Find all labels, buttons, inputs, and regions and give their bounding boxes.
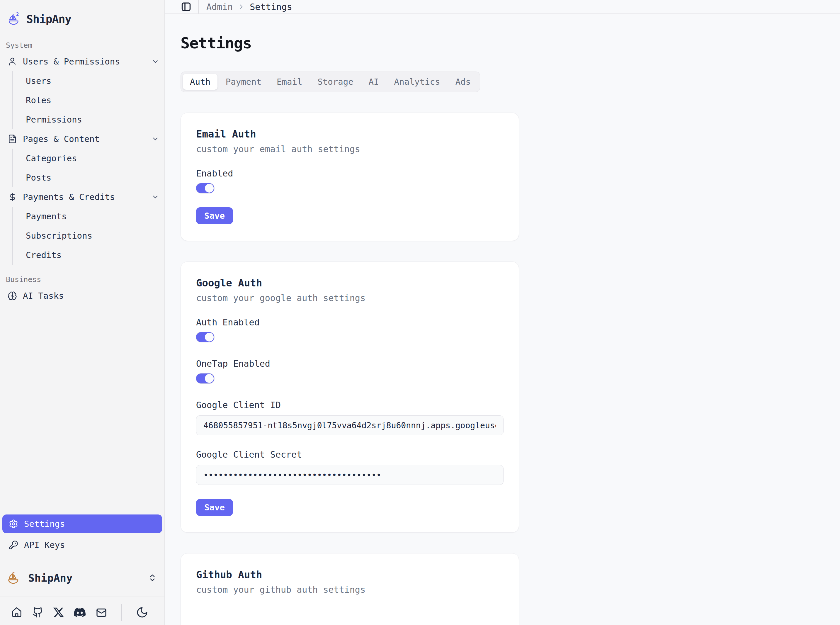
sidebar-item-users-permissions[interactable]: Users & Permissions xyxy=(0,52,165,71)
sidebar-item-label: Permissions xyxy=(26,115,82,124)
payments-credits-sublist: Payments Subscriptions Credits xyxy=(12,207,165,265)
sidebar-item-api-keys[interactable]: API Keys xyxy=(0,536,165,554)
google-client-id-input[interactable] xyxy=(196,415,503,435)
breadcrumb-admin[interactable]: Admin xyxy=(207,2,233,12)
card-title: Google Auth xyxy=(196,277,503,289)
chevron-down-icon xyxy=(152,193,159,201)
sidebar-item-posts[interactable]: Posts xyxy=(13,168,165,187)
sidebar-item-label: Pages & Content xyxy=(23,134,99,144)
x-twitter-link[interactable] xyxy=(53,607,64,618)
sidebar-item-label: Settings xyxy=(24,519,65,529)
email-enabled-label: Enabled xyxy=(196,168,503,179)
email-enabled-toggle[interactable] xyxy=(196,183,214,193)
section-label-business: Business xyxy=(0,275,165,284)
sidebar-item-label: Posts xyxy=(26,173,51,183)
app-root: 2 ShipAny System Users & Permissions Use… xyxy=(0,0,840,625)
theme-toggle[interactable] xyxy=(136,606,148,619)
moon-icon xyxy=(136,606,148,619)
google-auth-enabled-toggle[interactable] xyxy=(196,332,214,342)
sidebar-item-permissions[interactable]: Permissions xyxy=(13,110,165,129)
card-subtitle: custom your email auth settings xyxy=(196,144,503,154)
google-client-secret-label: Google Client Secret xyxy=(196,449,503,460)
sidebar-item-label: Roles xyxy=(26,95,51,105)
home-link[interactable] xyxy=(11,607,22,618)
sidebar-nav: Users & Permissions Users Roles Permissi… xyxy=(0,52,165,305)
sidebar-toggle-button[interactable] xyxy=(180,1,192,12)
chevron-right-icon xyxy=(238,3,245,11)
discord-icon xyxy=(74,606,85,618)
google-onetap-label: OneTap Enabled xyxy=(196,359,503,369)
sidebar: 2 ShipAny System Users & Permissions Use… xyxy=(0,0,165,625)
toggle-knob xyxy=(205,184,214,193)
main-area: Admin Settings Settings Auth Payment Ema… xyxy=(165,0,840,625)
card-subtitle: custom your google auth settings xyxy=(196,293,503,303)
sidebar-item-subscriptions[interactable]: Subscriptions xyxy=(13,226,165,246)
brand[interactable]: 2 ShipAny xyxy=(0,0,165,31)
topbar-divider xyxy=(198,0,199,14)
sidebar-item-label: Categories xyxy=(26,153,77,163)
shipany-logo-icon: 2 xyxy=(7,12,20,26)
sidebar-item-label: API Keys xyxy=(24,540,65,550)
tab-email[interactable]: Email xyxy=(270,74,309,90)
sidebar-item-roles[interactable]: Roles xyxy=(13,90,165,110)
sidebar-item-categories[interactable]: Categories xyxy=(13,149,165,168)
team-name: ShipAny xyxy=(28,572,73,584)
tab-storage[interactable]: Storage xyxy=(311,74,360,90)
chevrons-up-down-icon xyxy=(148,574,157,582)
sidebar-item-label: Payments & Credits xyxy=(23,192,115,202)
toggle-knob xyxy=(205,333,214,342)
sidebar-item-label: Credits xyxy=(26,250,62,260)
google-auth-enabled-label: Auth Enabled xyxy=(196,317,503,328)
email-auth-card: Email Auth custom your email auth settin… xyxy=(180,113,519,241)
card-title: Github Auth xyxy=(196,569,503,580)
tab-payment[interactable]: Payment xyxy=(219,74,269,90)
sidebar-item-pages-content[interactable]: Pages & Content xyxy=(0,129,165,149)
mail-icon xyxy=(96,606,107,618)
tab-ads[interactable]: Ads xyxy=(449,74,478,90)
sidebar-item-label: AI Tasks xyxy=(23,291,64,301)
tab-analytics[interactable]: Analytics xyxy=(387,74,447,90)
mail-link[interactable] xyxy=(96,606,107,618)
page-title: Settings xyxy=(180,34,840,52)
google-save-button[interactable]: Save xyxy=(196,499,233,516)
sidebar-item-label: Payments xyxy=(26,211,67,221)
card-title: Email Auth xyxy=(196,128,503,140)
google-client-id-label: Google Client ID xyxy=(196,400,503,410)
sidebar-item-credits[interactable]: Credits xyxy=(13,246,165,265)
breadcrumb: Admin Settings xyxy=(207,2,292,12)
sidebar-item-ai-tasks[interactable]: AI Tasks xyxy=(0,286,165,305)
file-text-icon xyxy=(8,134,17,144)
brand-name: ShipAny xyxy=(26,12,71,25)
page-content: Settings Auth Payment Email Storage AI A… xyxy=(165,14,840,625)
chevron-down-icon xyxy=(152,135,159,143)
tab-ai[interactable]: AI xyxy=(362,74,386,90)
sidebar-item-payments[interactable]: Payments xyxy=(13,207,165,226)
google-auth-card: Google Auth custom your google auth sett… xyxy=(180,261,519,533)
github-link[interactable] xyxy=(32,607,43,618)
discord-link[interactable] xyxy=(74,606,85,618)
github-icon xyxy=(32,607,43,618)
google-client-secret-input[interactable] xyxy=(196,465,503,485)
settings-tabs: Auth Payment Email Storage AI Analytics … xyxy=(180,72,480,92)
google-onetap-toggle[interactable] xyxy=(196,373,214,384)
sidebar-item-label: Users & Permissions xyxy=(23,57,120,67)
svg-text:2: 2 xyxy=(16,12,19,17)
sidebar-item-users[interactable]: Users xyxy=(13,71,165,90)
tab-auth[interactable]: Auth xyxy=(183,74,217,90)
user-icon xyxy=(8,57,17,66)
breadcrumb-settings: Settings xyxy=(250,2,292,12)
sidebar-item-payments-credits[interactable]: Payments & Credits xyxy=(0,187,165,207)
users-permissions-sublist: Users Roles Permissions xyxy=(12,71,165,129)
sidebar-item-label: Subscriptions xyxy=(26,231,92,241)
x-icon xyxy=(53,607,64,618)
sidebar-item-settings[interactable]: Settings xyxy=(2,515,162,533)
email-save-button[interactable]: Save xyxy=(196,207,233,224)
key-icon xyxy=(9,540,18,550)
team-switcher[interactable]: ShipAny xyxy=(0,567,165,588)
dollar-icon xyxy=(8,192,17,202)
brain-icon xyxy=(8,291,17,300)
github-auth-card: Github Auth custom your github auth sett… xyxy=(180,553,519,625)
topbar: Admin Settings xyxy=(165,0,840,14)
gear-icon xyxy=(9,519,18,529)
chevron-down-icon xyxy=(152,58,159,65)
